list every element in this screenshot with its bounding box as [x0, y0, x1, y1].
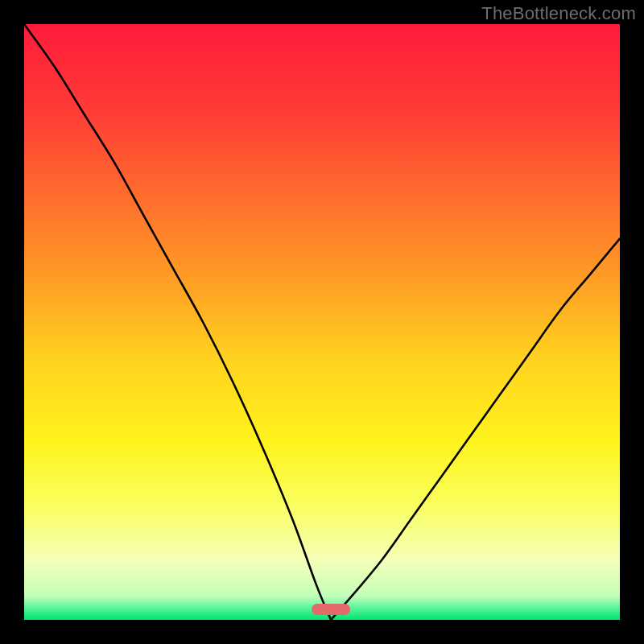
watermark-text: TheBottleneck.com — [481, 3, 636, 24]
curve-right — [331, 238, 620, 620]
chart-stage: TheBottleneck.com — [0, 0, 644, 644]
bottleneck-curve — [24, 24, 620, 620]
optimum-marker — [312, 604, 350, 615]
plot-region — [24, 24, 620, 620]
curve-left — [24, 24, 331, 620]
